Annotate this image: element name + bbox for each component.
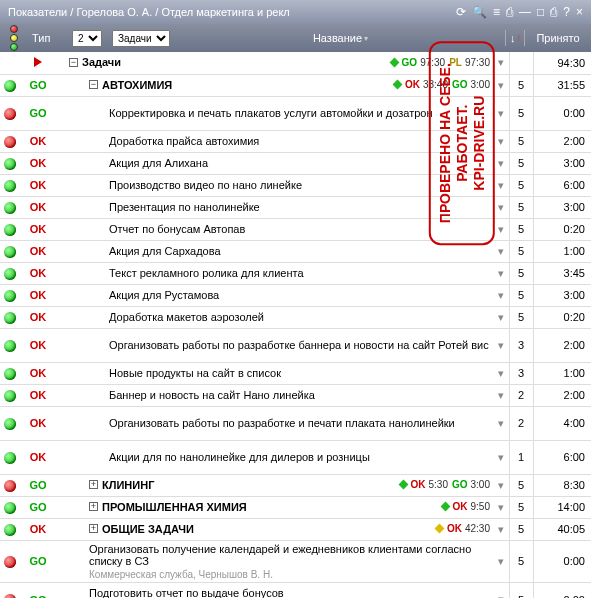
row-dropdown[interactable]: ▾ xyxy=(493,196,509,218)
count-cell: 5 xyxy=(509,540,533,583)
table-row[interactable]: OKАкция для Рустамова▾53:00 xyxy=(0,284,591,306)
row-dropdown[interactable]: ▾ xyxy=(493,284,509,306)
task-dropdown[interactable]: Задачи xyxy=(112,30,170,47)
type-cell: OK xyxy=(20,196,56,218)
name-cell: Организовать работы по разработке баннер… xyxy=(56,328,493,362)
count-cell: 5 xyxy=(509,152,533,174)
time-cell: 0:20 xyxy=(533,218,591,240)
name-cell: Доработка макетов аэрозолей xyxy=(56,306,493,328)
table-row[interactable]: OKДоработка макетов аэрозолей▾50:20 xyxy=(0,306,591,328)
name-cell: Акция для Рустамова xyxy=(56,284,493,306)
table-row[interactable]: GOОрганизовать получение календарей и еж… xyxy=(0,540,591,583)
row-dropdown[interactable]: ▾ xyxy=(493,496,509,518)
row-dropdown[interactable]: ▾ xyxy=(493,174,509,196)
row-dropdown[interactable]: ▾ xyxy=(493,474,509,496)
num-select[interactable]: 2 xyxy=(68,28,104,49)
play-icon xyxy=(34,57,42,67)
collapse-icon[interactable]: − xyxy=(89,80,98,89)
task-name: Организовать получение календарей и ежед… xyxy=(89,543,490,581)
task-name: КЛИНИНГ xyxy=(102,479,396,492)
sort-indicator-icon: ! xyxy=(518,33,521,43)
type-cell: GO xyxy=(20,474,56,496)
minimize-icon[interactable]: — xyxy=(519,5,531,19)
count-cell: 5 xyxy=(509,240,533,262)
table-row[interactable]: OKДоработка прайса автохимия▾52:00 xyxy=(0,130,591,152)
status-light xyxy=(0,583,20,598)
table-row[interactable]: OKПроизводство видео по нано линейке▾56:… xyxy=(0,174,591,196)
expand-icon[interactable]: + xyxy=(89,524,98,533)
row-dropdown[interactable]: ▾ xyxy=(493,218,509,240)
collapse-icon[interactable]: − xyxy=(69,58,78,67)
task-name: Презентация по нанолинейке xyxy=(109,201,490,214)
table-row[interactable]: OKАкция для Сархадова▾51:00 xyxy=(0,240,591,262)
row-dropdown[interactable]: ▾ xyxy=(493,306,509,328)
prinyato-header[interactable]: Принято xyxy=(529,30,587,46)
row-dropdown[interactable]: ▾ xyxy=(493,583,509,598)
table-row[interactable]: OKАкции для по нанолинейке для дилеров и… xyxy=(0,440,591,474)
count-cell: 5 xyxy=(509,174,533,196)
type-cell: OK xyxy=(20,328,56,362)
task-name: Корректировка и печать плакатов услуги а… xyxy=(109,107,490,120)
count-cell: 5 xyxy=(509,196,533,218)
row-dropdown[interactable]: ▾ xyxy=(493,540,509,583)
row-dropdown[interactable]: ▾ xyxy=(493,362,509,384)
table-row[interactable]: −ЗадачиGO97:30PL97:30▾94:30 xyxy=(0,52,591,74)
expand-icon[interactable]: + xyxy=(89,480,98,489)
row-dropdown[interactable]: ▾ xyxy=(493,130,509,152)
row-dropdown[interactable]: ▾ xyxy=(493,152,509,174)
status-light xyxy=(0,284,20,306)
row-dropdown[interactable]: ▾ xyxy=(493,96,509,130)
list-icon[interactable]: ≡ xyxy=(493,5,500,19)
type-header[interactable]: Тип xyxy=(28,30,64,46)
refresh-icon[interactable]: ⟳ xyxy=(456,5,466,19)
task-select[interactable]: Задачи xyxy=(108,28,176,49)
table-row[interactable]: OKАкция для Алихана▾53:00 xyxy=(0,152,591,174)
row-dropdown[interactable]: ▾ xyxy=(493,384,509,406)
row-dropdown[interactable]: ▾ xyxy=(493,74,509,96)
help-icon[interactable]: ? xyxy=(563,5,570,19)
table-row[interactable]: OKБаннер и новость на сайт Нано линейка▾… xyxy=(0,384,591,406)
table-row[interactable]: GOКорректировка и печать плакатов услуги… xyxy=(0,96,591,130)
table-row[interactable]: GOПодготовить отчет по выдаче бонусовКом… xyxy=(0,583,591,598)
search-icon[interactable]: 🔍 xyxy=(472,5,487,19)
row-dropdown[interactable]: ▾ xyxy=(493,518,509,540)
expand-icon[interactable]: + xyxy=(89,502,98,511)
table-row[interactable]: OKОтчет по бонусам Автопав▾50:20 xyxy=(0,218,591,240)
name-header[interactable]: Название ▾ xyxy=(180,30,501,46)
time-cell: 31:55 xyxy=(533,74,591,96)
diamond-icon xyxy=(440,502,450,512)
count-cell: 3 xyxy=(509,362,533,384)
maximize-icon[interactable]: □ xyxy=(537,5,544,19)
name-cell: Корректировка и печать плакатов услуги а… xyxy=(56,96,493,130)
table-row[interactable]: OK+ОБЩИЕ ЗАДАЧИOK42:30▾540:05 xyxy=(0,518,591,540)
row-dropdown[interactable]: ▾ xyxy=(493,52,509,74)
table-row[interactable]: GO+ПРОМЫШЛЕННАЯ ХИМИЯOK9:50▾514:00 xyxy=(0,496,591,518)
export-icon[interactable]: ⎙ xyxy=(506,5,513,19)
row-dropdown[interactable]: ▾ xyxy=(493,262,509,284)
table-row[interactable]: GO−АВТОХИМИЯOK33:40GO3:00▾531:55 xyxy=(0,74,591,96)
status-badge: PL97:30 xyxy=(449,57,490,68)
table-row[interactable]: OKОрганизовать работы по разработке и пе… xyxy=(0,406,591,440)
table-row[interactable]: OKТекст рекламного ролика для клиента▾53… xyxy=(0,262,591,284)
table-row[interactable]: GO+КЛИНИНГOK5:30GO3:00▾58:30 xyxy=(0,474,591,496)
table-row[interactable]: OKНовые продукты на сайт в список▾31:00 xyxy=(0,362,591,384)
print-icon[interactable]: ⎙ xyxy=(550,5,557,19)
row-dropdown[interactable]: ▾ xyxy=(493,440,509,474)
row-dropdown[interactable]: ▾ xyxy=(493,406,509,440)
row-dropdown[interactable]: ▾ xyxy=(493,328,509,362)
status-light xyxy=(0,262,20,284)
green-dot-icon xyxy=(4,268,16,280)
name-cell: Акция для Сархадова xyxy=(56,240,493,262)
name-cell: Презентация по нанолинейке xyxy=(56,196,493,218)
close-icon[interactable]: × xyxy=(576,5,583,19)
row-dropdown[interactable]: ▾ xyxy=(493,240,509,262)
status-light xyxy=(0,130,20,152)
table-row[interactable]: OKПрезентация по нанолинейке▾53:00 xyxy=(0,196,591,218)
traffic-light-header[interactable] xyxy=(4,21,24,55)
table-row[interactable]: OKОрганизовать работы по разработке банн… xyxy=(0,328,591,362)
time-cell: 0:20 xyxy=(533,306,591,328)
count-cell xyxy=(509,52,533,74)
sort-header[interactable]: ↓ ! xyxy=(505,30,525,46)
status-light xyxy=(0,174,20,196)
num-dropdown[interactable]: 2 xyxy=(72,30,102,47)
